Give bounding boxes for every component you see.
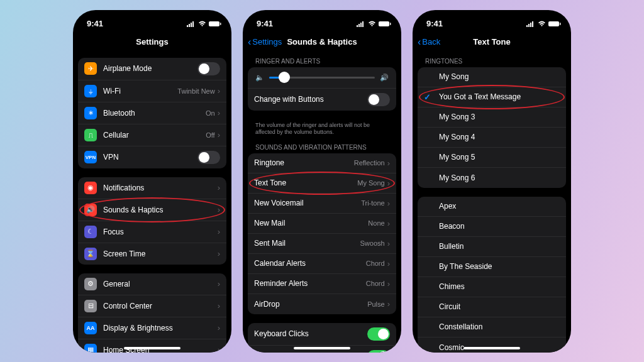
row-focus[interactable]: ☾Focus› bbox=[78, 221, 226, 243]
page-title: Settings bbox=[136, 37, 168, 47]
nav-bar: Settings bbox=[73, 33, 231, 52]
row-ringtone[interactable]: RingtoneReflection› bbox=[248, 153, 396, 173]
row-circuit[interactable]: Circuit bbox=[418, 297, 566, 317]
row-beacon[interactable]: Beacon bbox=[418, 217, 566, 237]
group-1: ✈Airplane Mode⏚Wi-FiTwinbit New›∗Bluetoo… bbox=[78, 58, 226, 168]
row-vpn[interactable]: VPNVPN bbox=[78, 146, 226, 168]
row-label: Text Tone bbox=[254, 178, 357, 187]
row-display-brightness[interactable]: AADisplay & Brightness› bbox=[78, 317, 226, 339]
row-label: My Song 5 bbox=[439, 153, 560, 162]
svg-rect-12 bbox=[526, 25, 528, 27]
row-apex[interactable]: Apex bbox=[418, 197, 566, 217]
row-label: My Song 4 bbox=[439, 133, 560, 141]
keyboard-clicks-toggle[interactable] bbox=[367, 327, 390, 341]
row-my-song-5[interactable]: My Song 5 bbox=[418, 148, 566, 168]
row-general[interactable]: ⚙General› bbox=[78, 273, 226, 295]
row-bluetooth[interactable]: ∗BluetoothOn› bbox=[78, 102, 226, 124]
content: ✈Airplane Mode⏚Wi-FiTwinbit New›∗Bluetoo… bbox=[73, 52, 231, 353]
row-my-song-3[interactable]: My Song 3 bbox=[418, 107, 566, 128]
row-new-voicemail[interactable]: New VoicemailTri-tone› bbox=[248, 194, 396, 214]
row-screen-time[interactable]: ⌛Screen Time› bbox=[78, 243, 226, 265]
row-label: Bulletin bbox=[439, 242, 560, 251]
row-label: Notifications bbox=[103, 184, 218, 192]
row-sent-mail[interactable]: Sent MailSwoosh› bbox=[248, 234, 396, 254]
content: RINGTONES My Song✓You Got a Text Message… bbox=[413, 52, 571, 353]
back-button[interactable]: ‹ Back bbox=[418, 36, 440, 48]
row-label: Chimes bbox=[439, 282, 560, 291]
row-airplane[interactable]: ✈Airplane Mode bbox=[78, 58, 226, 80]
speaker-low-icon: 🔈 bbox=[255, 74, 264, 82]
row-airdrop[interactable]: AirDropPulse› bbox=[248, 294, 396, 314]
row-text-tone[interactable]: Text ToneMy Song› bbox=[248, 173, 396, 194]
row-my-song-4[interactable]: My Song 4 bbox=[418, 128, 566, 148]
row-label: My Song 6 bbox=[439, 173, 560, 182]
row-my-song[interactable]: My Song bbox=[418, 67, 566, 87]
row-label: Circuit bbox=[439, 302, 560, 311]
change-with-buttons-toggle[interactable] bbox=[367, 93, 390, 106]
row-by-the-seaside[interactable]: By The Seaside bbox=[418, 257, 566, 277]
volume-slider[interactable] bbox=[269, 77, 375, 79]
row-new-mail[interactable]: New MailNone› bbox=[248, 214, 396, 234]
general-icon: ⚙ bbox=[84, 278, 97, 290]
chevron-left-icon: ‹ bbox=[418, 36, 421, 48]
signal-icon bbox=[526, 21, 535, 27]
row-detail: On bbox=[206, 109, 215, 117]
lock-sound-toggle[interactable] bbox=[367, 350, 390, 353]
chevron-right-icon: › bbox=[218, 86, 220, 96]
chevron-right-icon: › bbox=[218, 249, 220, 258]
row-wifi[interactable]: ⏚Wi-FiTwinbit New› bbox=[78, 80, 226, 102]
row-control-center[interactable]: ⊟Control Center› bbox=[78, 295, 226, 317]
display-brightness-icon: AA bbox=[84, 322, 97, 334]
row-keyboard-clicks[interactable]: Keyboard Clicks bbox=[248, 323, 396, 346]
group-2: ◉Notifications›🔊Sounds & Haptics›☾Focus›… bbox=[78, 177, 226, 265]
status-time: 9:41 bbox=[257, 19, 273, 28]
screen-time-icon: ⌛ bbox=[84, 248, 97, 260]
wifi-icon bbox=[538, 21, 546, 27]
row-chimes[interactable]: Chimes bbox=[418, 277, 566, 297]
row-label: Change with Buttons bbox=[254, 95, 367, 104]
row-cellular[interactable]: ⎍CellularOff› bbox=[78, 124, 226, 146]
row-my-song-6[interactable]: My Song 6 bbox=[418, 168, 566, 188]
row-detail: Tri-tone bbox=[361, 199, 385, 207]
row-constellation[interactable]: Constellation bbox=[418, 317, 566, 337]
row-home-screen[interactable]: ▦Home Screen› bbox=[78, 339, 226, 353]
row-cosmic[interactable]: Cosmic bbox=[418, 337, 566, 353]
svg-rect-3 bbox=[192, 21, 194, 27]
row-label: My Song 3 bbox=[439, 112, 560, 121]
row-sounds-haptics[interactable]: 🔊Sounds & Haptics› bbox=[78, 199, 226, 221]
section-footer: The volume of the ringer and alerts will… bbox=[248, 119, 396, 138]
nav-bar: ‹ Settings Sounds & Haptics bbox=[243, 33, 401, 52]
row-bulletin[interactable]: Bulletin bbox=[418, 237, 566, 257]
change-with-buttons-row[interactable]: Change with Buttons bbox=[248, 89, 396, 111]
signal-icon bbox=[357, 21, 365, 27]
svg-rect-7 bbox=[358, 24, 360, 27]
section-header-patterns: SOUNDS AND VIBRATION PATTERNS bbox=[248, 138, 396, 153]
svg-rect-9 bbox=[362, 21, 364, 27]
vpn-toggle[interactable] bbox=[197, 151, 220, 164]
control-center-icon: ⊟ bbox=[84, 300, 97, 312]
row-label: Constellation bbox=[439, 322, 560, 331]
row-you-got-text[interactable]: ✓You Got a Text Message bbox=[418, 87, 566, 107]
wifi-icon bbox=[368, 21, 376, 27]
row-reminder-alerts[interactable]: Reminder AlertsChord› bbox=[248, 274, 396, 294]
battery-icon bbox=[209, 21, 221, 27]
status-icons bbox=[526, 21, 561, 27]
status-bar: 9:41 bbox=[73, 10, 231, 33]
row-label: Sounds & Haptics bbox=[103, 206, 218, 214]
content: RINGER AND ALERTS 🔈 🔊 Change with Button… bbox=[243, 52, 401, 353]
row-notifications[interactable]: ◉Notifications› bbox=[78, 177, 226, 199]
svg-rect-6 bbox=[357, 25, 358, 27]
nav-bar: ‹ Back Text Tone bbox=[413, 33, 571, 52]
notifications-icon: ◉ bbox=[84, 182, 97, 194]
back-button[interactable]: ‹ Settings bbox=[248, 36, 282, 48]
row-detail: Reflection bbox=[354, 159, 385, 167]
svg-rect-2 bbox=[191, 23, 192, 27]
row-label: Reminder Alerts bbox=[254, 279, 366, 288]
row-calendar-alerts[interactable]: Calendar AlertsChord› bbox=[248, 254, 396, 274]
phone-sounds: 9:41 ‹ Settings Sounds & Haptics RINGER … bbox=[243, 10, 401, 353]
svg-rect-4 bbox=[209, 21, 219, 26]
home-indicator bbox=[124, 347, 180, 349]
airplane-toggle[interactable] bbox=[197, 62, 220, 75]
chevron-right-icon: › bbox=[387, 199, 390, 208]
chevron-right-icon: › bbox=[218, 301, 220, 310]
